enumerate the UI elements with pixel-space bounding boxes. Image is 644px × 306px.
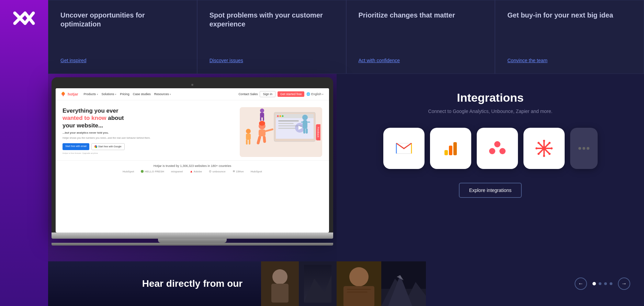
top-card-2-title: Spot problems with your customer experie… — [210, 11, 334, 29]
hotjar-brand-text: hotjar — [68, 92, 78, 96]
trusted-logo-mixpanel: mixpanel — [171, 170, 183, 173]
start-email-button[interactable]: Start free with email — [63, 143, 89, 150]
trusted-logo-hubspot2: HubSpot — [251, 170, 262, 173]
carousel-dot-3[interactable] — [604, 282, 607, 285]
nav-language[interactable]: 🌐 English ▾ — [306, 92, 324, 96]
svg-point-63 — [535, 147, 538, 149]
carousel-dot-4[interactable] — [610, 282, 612, 285]
trusted-logo-hubspot: HubSpot — [123, 170, 134, 173]
integration-card-gmail[interactable] — [383, 128, 425, 169]
hero-illustration-svg — [240, 107, 322, 157]
top-card-4-link[interactable]: Convince the team — [507, 58, 632, 63]
svg-point-18 — [302, 115, 308, 120]
svg-point-68 — [538, 153, 540, 155]
trusted-logo-15five: ✳ 15five — [233, 170, 244, 173]
hotjar-x-logo-icon — [12, 10, 36, 31]
hotjar-nav-right: Contact Sales Sign in Get started free 🌐… — [238, 91, 324, 97]
nav-get-started-button[interactable]: Get started free — [278, 91, 305, 97]
svg-rect-12 — [278, 120, 299, 122]
feedback-tab[interactable]: Feedback — [316, 124, 320, 140]
top-card-3-title: Prioritize changes that matter — [359, 11, 483, 20]
svg-rect-37 — [263, 117, 264, 121]
google-g-icon — [94, 145, 97, 148]
right-panel: Integrations Connect to Google Analytics… — [337, 74, 644, 306]
svg-point-67 — [549, 142, 551, 144]
top-card-1-title: Uncover opportunities for optimization — [60, 11, 185, 29]
explore-integrations-button[interactable]: Explore integrations — [459, 183, 522, 198]
carousel-next-button[interactable]: → — [618, 277, 630, 290]
svg-rect-33 — [249, 139, 250, 145]
carousel-controls: ← → — [575, 277, 630, 290]
hear-section: Hear directly from our — [48, 261, 337, 306]
svg-rect-23 — [306, 128, 308, 134]
sidebar — [0, 0, 48, 306]
integrations-title: Integrations — [357, 91, 623, 104]
integration-card-asana[interactable] — [477, 128, 518, 169]
laptop-wrapper: hotjar Products ▾ Solutions ▾ Pricing Ca… — [52, 77, 333, 246]
svg-rect-26 — [259, 129, 265, 136]
integration-card-snowflake[interactable] — [523, 128, 565, 169]
hotjar-brand-logo: hotjar — [61, 92, 78, 97]
hero-title-about: about — [106, 115, 124, 121]
svg-rect-49 — [444, 150, 448, 155]
carousel-prev-button[interactable]: ← — [575, 277, 587, 290]
svg-rect-15 — [278, 128, 295, 129]
svg-rect-51 — [453, 142, 457, 155]
nav-signin-button[interactable]: Sign in — [260, 91, 275, 97]
hero-subtitle: ...but your analytics never told you. — [63, 131, 236, 134]
hear-thumbnails — [261, 261, 337, 306]
trusted-title: Hotjar is trusted by 1,306,323 websites … — [63, 164, 322, 168]
hero-title-red: wanted to know — [63, 115, 106, 121]
svg-rect-32 — [246, 139, 248, 145]
top-card-2-link[interactable]: Discover issues — [210, 58, 334, 63]
top-card-1: Uncover opportunities for optimization G… — [48, 0, 197, 74]
nav-contact-sales[interactable]: Contact Sales — [238, 92, 258, 96]
svg-point-55 — [499, 148, 506, 154]
svg-point-65 — [538, 142, 540, 144]
svg-rect-7 — [276, 114, 314, 118]
carousel-dot-2[interactable] — [599, 282, 601, 285]
carousel-prev-icon: ← — [578, 281, 584, 287]
hotjar-nav: hotjar Products ▾ Solutions ▾ Pricing Ca… — [56, 88, 329, 100]
integration-card-analytics[interactable] — [430, 128, 471, 169]
camera-dot — [191, 84, 193, 86]
nav-products[interactable]: Products ▾ — [84, 92, 98, 96]
hear-title: Hear directly from our — [142, 278, 243, 289]
nav-resources[interactable]: Resources ▾ — [154, 92, 171, 96]
nav-pricing[interactable]: Pricing — [120, 92, 129, 96]
nav-case-studies[interactable]: Case studies — [133, 92, 151, 96]
svg-rect-75 — [347, 289, 371, 290]
top-card-3-link[interactable]: Act with confidence — [359, 58, 483, 63]
integration-card-more[interactable] — [570, 128, 598, 169]
svg-point-70 — [583, 147, 585, 150]
start-google-button[interactable]: Start free with Google — [91, 143, 125, 150]
snowflake-icon — [534, 138, 554, 159]
hero-title-line1: Everything you ever — [63, 107, 118, 114]
top-card-1-link[interactable]: Get inspired — [60, 58, 185, 63]
carousel-dot-1[interactable] — [592, 282, 596, 285]
hero-title-line3: your website... — [63, 122, 103, 129]
hero-body: Hotjar shows you the numbers you need—an… — [63, 136, 236, 140]
svg-rect-22 — [303, 128, 305, 134]
svg-point-53 — [494, 141, 500, 147]
testimonial-thumb-2 — [299, 261, 337, 306]
svg-point-30 — [246, 129, 251, 134]
svg-point-61 — [543, 140, 545, 142]
hotjar-hero: Everything you ever wanted to know about… — [56, 100, 329, 160]
svg-rect-40 — [271, 284, 289, 303]
testimonial-images — [337, 261, 426, 306]
svg-rect-31 — [246, 134, 251, 140]
svg-point-8 — [277, 115, 279, 117]
carousel-dots — [592, 282, 612, 285]
svg-point-10 — [282, 115, 284, 117]
trusted-section: Hotjar is trusted by 1,306,323 websites … — [56, 160, 329, 177]
testimonial-image-1 — [337, 261, 381, 306]
trusted-logo-adobe: ▲ Adobe — [190, 170, 202, 173]
laptop-section: hotjar Products ▾ Solutions ▾ Pricing Ca… — [48, 74, 337, 306]
top-card-4-title: Get buy-in for your next big idea — [507, 11, 632, 20]
nav-solutions[interactable]: Solutions ▾ — [102, 92, 117, 96]
testimonial-thumb-1 — [261, 261, 299, 306]
svg-point-69 — [578, 147, 581, 150]
svg-rect-35 — [260, 113, 264, 117]
svg-rect-13 — [278, 123, 294, 124]
